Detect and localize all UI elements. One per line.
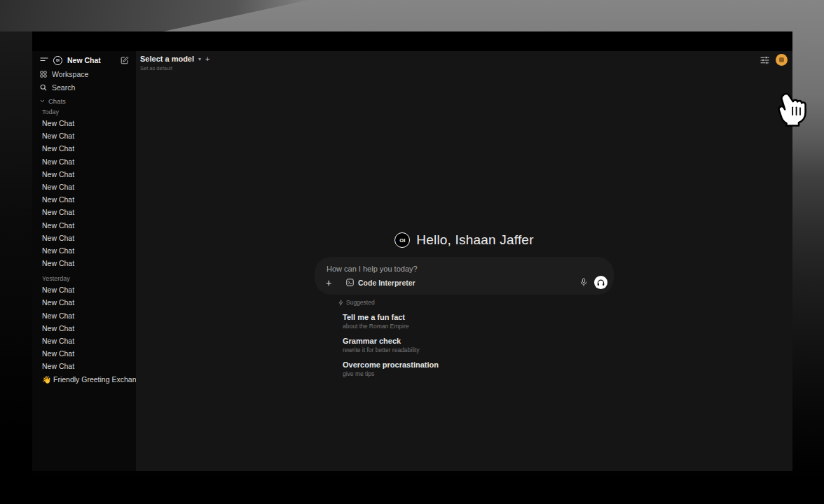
- prompt-subtitle: rewrite it for better readability: [343, 346, 613, 354]
- add-model-icon[interactable]: +: [205, 55, 210, 62]
- user-avatar[interactable]: [776, 54, 788, 66]
- section-label-yesterday: Yesterday: [32, 274, 136, 284]
- sidebar-chat-item[interactable]: New Chat: [32, 360, 136, 372]
- chat-list-yesterday: New ChatNew ChatNew ChatNew ChatNew Chat…: [32, 284, 136, 386]
- app-window: OI New Chat Workspace: [32, 31, 792, 471]
- controls-sliders-icon[interactable]: [760, 56, 769, 64]
- suggested-prompt[interactable]: Tell me a fun factabout the Roman Empire: [343, 312, 613, 330]
- new-chat-icon[interactable]: [121, 56, 129, 64]
- sidebar-title: New Chat: [67, 56, 101, 64]
- suggested-prompt[interactable]: Overcome procrastinationgive me tips: [343, 360, 613, 378]
- sidebar-chat-item[interactable]: New Chat: [32, 130, 136, 142]
- microphone-icon[interactable]: [580, 278, 587, 287]
- sidebar-chat-item[interactable]: New Chat: [32, 232, 136, 244]
- set-default-link[interactable]: Set as default: [140, 65, 210, 71]
- sidebar-toggle-icon[interactable]: [40, 57, 48, 64]
- search-label: Search: [52, 83, 75, 92]
- prompt-subtitle: about the Roman Empire: [343, 323, 613, 330]
- prompt-title: Grammar check: [343, 336, 613, 346]
- sidebar-chat-item[interactable]: New Chat: [32, 309, 136, 322]
- headphones-icon: [597, 279, 605, 286]
- sidebar-chat-item[interactable]: New Chat: [32, 117, 136, 130]
- sidebar-chat-item[interactable]: New Chat: [32, 206, 136, 218]
- code-interpreter-icon: [346, 279, 354, 286]
- code-interpreter-label: Code Interpreter: [358, 279, 416, 287]
- workspace-icon: [40, 71, 47, 78]
- suggested-header: Suggested: [338, 299, 613, 306]
- search-icon: [40, 84, 47, 91]
- sidebar-item-search[interactable]: Search: [32, 80, 136, 94]
- sidebar-chat-item[interactable]: New Chat: [32, 296, 136, 309]
- prompt-title: Tell me a fun fact: [343, 312, 613, 322]
- chevron-down-icon: [40, 99, 45, 103]
- chats-label: Chats: [48, 97, 66, 105]
- sidebar-chat-item[interactable]: New Chat: [32, 142, 136, 155]
- sidebar-chat-item[interactable]: New Chat: [32, 219, 136, 232]
- sidebar-chat-item[interactable]: New Chat: [32, 168, 136, 181]
- message-input[interactable]: How can I help you today?: [327, 265, 418, 273]
- prompt-title: Overcome procrastination: [343, 360, 613, 370]
- app-logo-icon: OI: [53, 56, 62, 65]
- sidebar-chat-item[interactable]: New Chat: [32, 322, 136, 335]
- model-selector[interactable]: Select a model ▾ +: [140, 55, 210, 63]
- code-interpreter-toggle[interactable]: Code Interpreter: [346, 279, 416, 287]
- bolt-icon: [338, 300, 343, 306]
- chats-section-toggle[interactable]: Chats: [32, 95, 136, 106]
- workspace-label: Workspace: [52, 70, 88, 78]
- greeting-text: Hello, Ishaan Jaffer: [416, 232, 533, 248]
- sidebar-chat-item[interactable]: New Chat: [32, 181, 136, 193]
- sidebar-item-workspace[interactable]: Workspace: [32, 67, 136, 80]
- suggested-prompt[interactable]: Grammar checkrewrite it for better reada…: [343, 336, 613, 354]
- sidebar-chat-item[interactable]: New Chat: [32, 193, 136, 206]
- chevron-down-icon: ▾: [198, 56, 201, 62]
- suggested-label: Suggested: [346, 299, 375, 306]
- avatar-glyph: [779, 57, 784, 62]
- screen: OI New Chat Workspace: [0, 0, 824, 504]
- sidebar: OI New Chat Workspace: [32, 51, 136, 471]
- background-shade: [0, 31, 32, 504]
- sidebar-chat-item[interactable]: New Chat: [32, 244, 136, 257]
- sidebar-chat-item[interactable]: New Chat: [32, 155, 136, 168]
- background-shape: [0, 0, 308, 32]
- main-panel: Select a model ▾ + Set as default OI: [136, 51, 792, 471]
- section-label-today: Today: [32, 107, 136, 117]
- suggested-prompts: Tell me a fun factabout the Roman Empire…: [343, 312, 613, 378]
- sidebar-chat-item[interactable]: 👋 Friendly Greeting Exchange: [32, 373, 136, 386]
- attach-plus-icon[interactable]: +: [324, 278, 334, 288]
- app-logo-icon: OI: [394, 232, 410, 248]
- sidebar-chat-item[interactable]: New Chat: [32, 284, 136, 296]
- voice-call-button[interactable]: [594, 276, 607, 289]
- prompt-subtitle: give me tips: [343, 370, 613, 378]
- chat-list-today: New ChatNew ChatNew ChatNew ChatNew Chat…: [32, 117, 136, 270]
- message-composer[interactable]: How can I help you today? + Code Interpr…: [315, 258, 613, 294]
- sidebar-chat-item[interactable]: New Chat: [32, 335, 136, 347]
- sidebar-chat-item[interactable]: New Chat: [32, 347, 136, 360]
- greeting: OI Hello, Ishaan Jaffer: [315, 232, 613, 248]
- model-selector-label: Select a model: [140, 55, 194, 63]
- sidebar-chat-item[interactable]: New Chat: [32, 257, 136, 270]
- window-titlebar: [32, 31, 792, 51]
